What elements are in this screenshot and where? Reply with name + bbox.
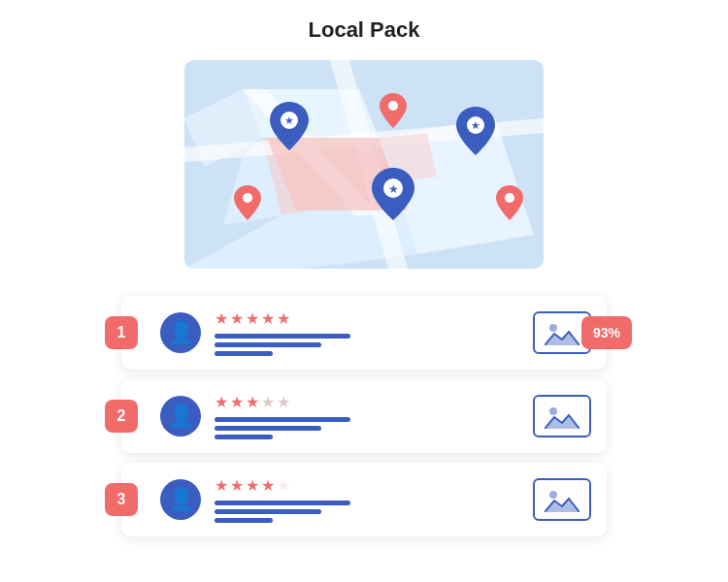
text-lines-3 — [215, 501, 519, 523]
star: ★ — [261, 476, 275, 495]
rank-badge-1: 1 — [105, 316, 138, 349]
text-line — [215, 351, 273, 356]
svg-point-27 — [549, 407, 557, 415]
text-line — [215, 342, 321, 347]
image-placeholder-2 — [533, 395, 591, 437]
text-line — [215, 426, 321, 431]
star: ★ — [261, 393, 275, 411]
svg-point-30 — [549, 491, 557, 499]
svg-point-15 — [388, 101, 398, 111]
text-line — [215, 518, 273, 523]
svg-text:★: ★ — [284, 114, 294, 126]
star: ★ — [215, 476, 228, 495]
text-lines-2 — [215, 417, 519, 439]
text-line — [215, 417, 350, 422]
stars-2: ★ ★ ★ ★ ★ — [215, 393, 519, 411]
avatar-1: 👤 — [160, 312, 201, 353]
star: ★ — [230, 476, 244, 495]
text-line — [215, 509, 321, 514]
rank-badge-3: 3 — [105, 483, 138, 516]
map-image: ★ ★ ★ — [184, 60, 544, 269]
stars-1: ★ ★ ★ ★ ★ — [215, 309, 519, 328]
star: ★ — [215, 309, 228, 328]
user-icon: 👤 — [168, 487, 194, 512]
text-line — [215, 435, 273, 439]
star: ★ — [246, 393, 259, 411]
svg-text:★: ★ — [471, 119, 480, 131]
item-content-2: ★ ★ ★ ★ ★ — [215, 393, 519, 439]
percent-badge: 93% — [581, 316, 632, 349]
user-icon: 👤 — [168, 404, 194, 429]
item-content-3: ★ ★ ★ ★ ★ — [215, 476, 519, 523]
user-icon: 👤 — [168, 320, 194, 345]
svg-point-24 — [549, 324, 557, 332]
svg-point-21 — [505, 193, 514, 203]
star: ★ — [230, 393, 244, 411]
page-title: Local Pack — [309, 17, 420, 43]
list-item: 3 👤 ★ ★ ★ ★ ★ — [121, 463, 607, 536]
avatar-3: 👤 — [160, 479, 201, 520]
svg-point-20 — [243, 193, 252, 203]
rank-badge-2: 2 — [105, 400, 138, 433]
text-lines-1 — [215, 334, 519, 356]
star: ★ — [261, 309, 275, 328]
image-placeholder-3 — [533, 478, 591, 521]
star: ★ — [246, 476, 259, 495]
star: ★ — [277, 309, 290, 328]
avatar-2: 👤 — [160, 396, 201, 436]
svg-text:★: ★ — [388, 182, 399, 196]
star: ★ — [246, 309, 259, 328]
star: ★ — [277, 476, 290, 495]
item-content-1: ★ ★ ★ ★ ★ — [215, 309, 519, 356]
text-line — [215, 501, 350, 505]
list-item: 1 👤 ★ ★ ★ ★ ★ — [121, 296, 607, 370]
list-item: 2 👤 ★ ★ ★ ★ ★ — [121, 379, 607, 453]
star: ★ — [215, 393, 228, 411]
star: ★ — [277, 393, 290, 411]
stars-3: ★ ★ ★ ★ ★ — [215, 476, 519, 495]
text-line — [215, 334, 350, 339]
star: ★ — [230, 309, 244, 328]
results-list: 1 👤 ★ ★ ★ ★ ★ — [121, 296, 607, 536]
